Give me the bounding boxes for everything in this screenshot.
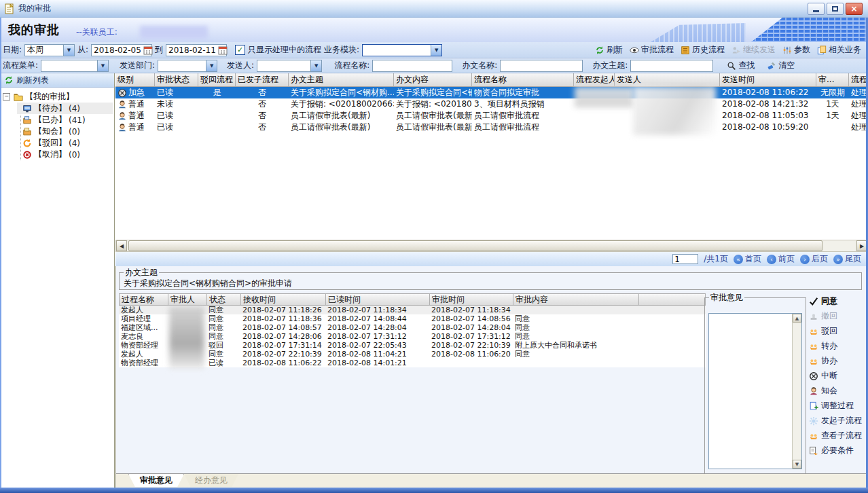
col-sender[interactable]: 发送人 — [615, 73, 720, 86]
sidebar-item-todo[interactable]: 【待办】(4) — [17, 103, 113, 114]
process-row[interactable]: 麦志良 同意 2018-02-07 14:28:06 2018-02-07 17… — [119, 332, 706, 341]
cell-level: 普通 — [115, 98, 155, 110]
maximize-button[interactable] — [827, 3, 844, 15]
action-panel: 同意 撤回 驳回 转办 协办 中断 知会 调整过程 — [809, 296, 867, 456]
col-flow-state[interactable]: 流程状态 — [849, 73, 868, 86]
window-left-border — [0, 18, 1, 493]
cell-level: 普通 — [115, 110, 155, 122]
sender-select[interactable]: ▼ — [257, 60, 322, 72]
tree-expander-icon[interactable]: − — [3, 93, 10, 101]
col-subflow-sent[interactable]: 已发子流程 — [236, 73, 289, 86]
last-page-button[interactable]: »尾页 — [833, 253, 861, 265]
find-button[interactable]: 查找 — [727, 60, 755, 71]
col-received-time[interactable]: 接收时间 — [241, 294, 326, 305]
col-doc-content[interactable]: 办文内容 — [394, 73, 472, 86]
horizontal-scrollbar[interactable]: ◀ ▶ — [115, 240, 868, 252]
col-flow-initiator[interactable]: 流程发起人 — [574, 73, 615, 86]
sidebar-item-notified[interactable]: 【知会】(0) — [17, 126, 113, 137]
prev-page-button[interactable]: ‹前页 — [767, 253, 795, 265]
page-number-input[interactable] — [672, 254, 698, 264]
doc-subject-input[interactable] — [630, 60, 713, 72]
close-button[interactable]: × — [846, 3, 863, 15]
col-rejected-flow[interactable]: 驳回流程 — [198, 73, 236, 86]
refresh-list-button[interactable]: 刷新列表 — [1, 73, 114, 88]
approval-opinion-textarea[interactable] — [709, 314, 792, 469]
col-send-time[interactable]: 发送时间 — [720, 73, 816, 86]
related-business-button[interactable]: 相关业务 — [817, 44, 861, 56]
scrollbar-thumb[interactable] — [128, 240, 822, 251]
process-row[interactable]: 发起人 同意 2018-02-07 22:10:39 2018-02-08 11… — [119, 350, 706, 359]
table-row[interactable]: 普通 已读 否 员工请假审批表(最新) 员工请假审批表(最新) 员工请假审批流程… — [115, 122, 868, 133]
calendar-icon[interactable] — [218, 45, 228, 56]
tree-root-my-approvals[interactable]: − 【我的审批】 — [3, 91, 113, 103]
approval-tree: − 【我的审批】 【待办】(4) 【已办】(41) 【知会】(0) 【驳回】(4… — [1, 88, 114, 164]
transfer-button[interactable]: 转办 — [809, 341, 867, 351]
first-page-button[interactable]: «首页 — [734, 253, 761, 265]
clear-button[interactable]: 清空 — [767, 60, 795, 71]
process-row[interactable]: 发起人 同意 2018-02-07 11:18:26 2018-02-07 11… — [119, 306, 706, 314]
sidebar-item-cancelled[interactable]: 【取消】(0) — [17, 149, 113, 160]
sidebar-item-done[interactable]: 【已办】(41) — [17, 114, 113, 126]
tab-handler-opinion[interactable]: 经办意见 — [184, 474, 238, 487]
scroll-down-icon[interactable]: ▼ — [793, 460, 801, 469]
view-subflow-button[interactable]: 查看子流程 — [809, 431, 867, 441]
start-subflow-button[interactable]: 发起子流程 — [809, 416, 867, 426]
agree-button[interactable]: 同意 — [809, 296, 867, 306]
process-row[interactable]: 物资部经理 已读 2018-02-08 11:06:22 2018-02-08 … — [119, 359, 706, 367]
adjust-process-button[interactable]: 调整过程 — [809, 401, 867, 411]
table-row[interactable]: 普通 已读 否 员工请假审批表(最新) 员工请假审批表(最新) 员工请假审批流程… — [115, 110, 868, 122]
cell-rejected: 是 — [198, 87, 236, 98]
col-approval-status[interactable]: 审批状态 — [155, 73, 198, 86]
table-row[interactable]: 普通 未读 否 关于报销: <02018002066>... 关于报销: <02… — [115, 98, 868, 110]
reject-button[interactable]: 驳回 — [809, 326, 867, 336]
process-row[interactable]: 项目经理 同意 2018-02-07 11:18:36 2018-02-07 1… — [119, 314, 706, 323]
col-deadline[interactable]: 审... — [816, 73, 849, 86]
date-range-select[interactable]: 本周 ▼ — [24, 44, 75, 56]
co-handle-button[interactable]: 协办 — [809, 356, 867, 366]
scroll-up-icon[interactable]: ▲ — [793, 314, 801, 323]
flow-name-input[interactable] — [372, 60, 452, 72]
col-process-name[interactable]: 过程名称 — [120, 294, 168, 305]
refresh-button[interactable]: 刷新 — [595, 44, 623, 56]
col-doc-subject[interactable]: 办文主题 — [289, 73, 394, 86]
notify-button[interactable]: 知会 — [809, 386, 867, 396]
from-date-field[interactable]: 2018-02-05 — [91, 44, 152, 56]
withdraw-icon — [809, 312, 818, 321]
hands-icon — [809, 327, 818, 336]
continue-send-button[interactable]: 继续发送 — [731, 44, 776, 56]
col-read-time[interactable]: 已读时间 — [326, 294, 430, 305]
process-row[interactable]: 物资部经理 驳回 2018-02-07 17:31:14 2018-02-07 … — [119, 341, 706, 350]
flow-menu-select[interactable]: ▼ — [41, 60, 109, 72]
cell-content: 员工请假审批表(最新) — [394, 110, 472, 122]
filter-bar-1: 日期: 本周 ▼ 从: 2018-02-05 到 2018-02-11 ✓ 只显… — [0, 42, 868, 58]
doc-name-input[interactable] — [500, 60, 583, 72]
interrupt-button[interactable]: 中断 — [809, 371, 867, 381]
hands-icon — [809, 357, 818, 366]
minimize-button[interactable] — [808, 3, 825, 15]
tab-approval-opinion[interactable]: 审批意见 — [128, 474, 184, 487]
calendar-icon[interactable] — [143, 45, 153, 56]
only-processing-checkbox[interactable]: ✓ — [235, 45, 245, 55]
next-page-button[interactable]: ›后页 — [800, 253, 828, 265]
scroll-left-icon[interactable]: ◀ — [116, 240, 127, 251]
withdraw-button[interactable]: 撤回 — [809, 311, 867, 321]
col-status[interactable]: 状态 — [207, 294, 241, 305]
col-level[interactable]: 级别 — [115, 73, 155, 86]
parameters-button[interactable]: 参数 — [782, 44, 810, 56]
module-select[interactable]: ▼ — [362, 44, 442, 56]
to-date-field[interactable]: 2018-02-11 — [166, 44, 227, 56]
send-dept-select[interactable]: ▼ — [158, 60, 217, 72]
history-flow-button[interactable]: 历史流程 — [681, 44, 725, 56]
sidebar-item-rejected[interactable]: 【驳回】(4) — [17, 137, 113, 149]
col-flow-name[interactable]: 流程名称 — [472, 73, 574, 86]
col-approval-time[interactable]: 审批时间 — [430, 294, 513, 305]
col-approver[interactable]: 审批人 — [168, 294, 207, 305]
approval-flow-button[interactable]: 审批流程 — [630, 44, 674, 56]
process-row[interactable]: 福建区域... 同意 2018-02-07 14:08:57 2018-02-0… — [119, 323, 706, 332]
table-row[interactable]: 加急 已读 是 否 关于采购拟定合同<钢材购... 关于采购拟定合同<钢... … — [115, 87, 868, 98]
search-icon — [727, 61, 736, 71]
module-label: 业务模块: — [324, 44, 359, 56]
vertical-scrollbar[interactable]: ▲ ▼ — [792, 314, 801, 469]
required-conditions-button[interactable]: 必要条件 — [809, 445, 867, 456]
col-approval-content[interactable]: 审批内容 — [513, 294, 639, 305]
